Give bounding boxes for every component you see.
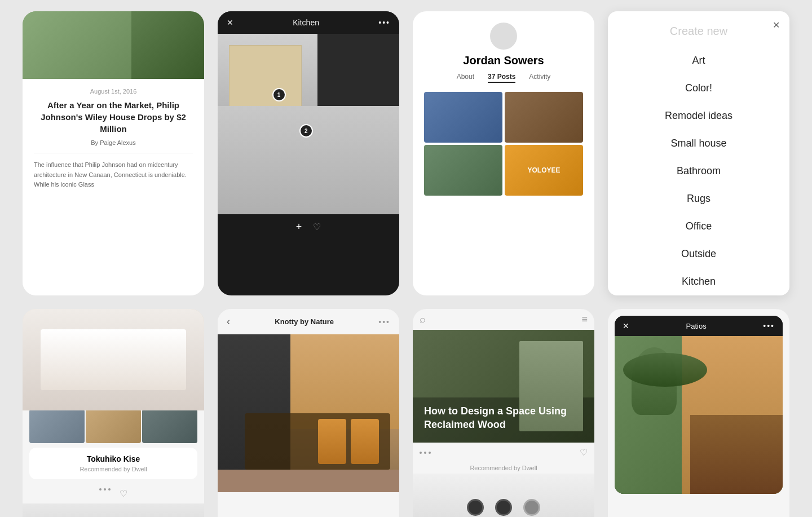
patios-card: ✕ Patios ••• xyxy=(608,309,789,517)
dropdown-close-icon[interactable]: ✕ xyxy=(769,18,783,32)
knotty-header: ‹ Knotty by Nature ••• xyxy=(218,309,399,334)
create-new-title: Create new xyxy=(608,11,789,47)
designer-actions: ♡ xyxy=(23,484,204,503)
reclaimed-hero-image: How to Design a Space Using Reclaimed Wo… xyxy=(413,330,594,443)
reclaimed-footer-image xyxy=(413,474,594,517)
knotty-card: ‹ Knotty by Nature ••• xyxy=(218,309,399,517)
profile-image-1 xyxy=(424,92,502,143)
pin-2[interactable]: 2 xyxy=(299,124,313,138)
close-icon[interactable]: ✕ xyxy=(623,321,629,330)
designer-thumb-2 xyxy=(86,409,141,443)
dropdown-item-bathroom[interactable]: Bathroom xyxy=(608,157,789,185)
knotty-image xyxy=(218,334,399,492)
reclaimed-title: How to Design a Space Using Reclaimed Wo… xyxy=(424,405,583,431)
reclaimed-card: ⌕ ≡ How to Design a Space Using Reclaime… xyxy=(413,309,594,517)
back-icon[interactable]: ‹ xyxy=(227,316,230,328)
heart-icon[interactable]: ♡ xyxy=(580,447,588,458)
dropdown-item-remodel[interactable]: Remodel ideas xyxy=(608,102,789,130)
patios-title: Patios xyxy=(686,322,707,330)
designer-recommended: Recommended by Dwell xyxy=(38,466,188,472)
dropdown-item-outside[interactable]: Outside xyxy=(608,240,789,268)
profile-image-4: YOLOYEE xyxy=(505,145,583,196)
article-date: August 1st, 2016 xyxy=(34,88,193,95)
profile-image-3 xyxy=(424,145,502,196)
designer-thumb-3 xyxy=(142,409,197,443)
more-icon[interactable]: ••• xyxy=(378,317,390,326)
patios-image xyxy=(615,336,783,494)
reclaimed-overlay: How to Design a Space Using Reclaimed Wo… xyxy=(424,405,583,431)
designer-thumbnails xyxy=(23,409,204,443)
designer-name: Tokuhiko Kise xyxy=(38,454,188,463)
designer-thumb-1 xyxy=(29,409,85,443)
article-title: After a Year on the Market, Philip Johns… xyxy=(34,99,193,135)
patios-phone: ✕ Patios ••• xyxy=(615,316,783,494)
pin-1[interactable]: 1 xyxy=(272,88,286,101)
article2-header: ⌕ ≡ xyxy=(413,309,594,330)
tab-activity[interactable]: Activity xyxy=(529,73,550,83)
designer-hero-image xyxy=(23,309,204,410)
article-body-text: The influence that Philip Johnson had on… xyxy=(34,160,193,190)
dropdown-item-small-house[interactable]: Small house xyxy=(608,130,789,157)
kitchen-image: 1 2 xyxy=(218,34,399,214)
add-icon[interactable]: + xyxy=(296,221,302,233)
reclaimed-actions: ♡ xyxy=(413,443,594,462)
profile-grid: YOLOYEE xyxy=(424,92,583,196)
tab-posts[interactable]: 37 Posts xyxy=(488,73,515,83)
dropdown-item-art[interactable]: Art xyxy=(608,47,789,74)
designer-card: Tokuhiko Kise Recommended by Dwell ♡ xyxy=(23,309,204,517)
phone-title: Kitchen xyxy=(293,18,319,27)
tab-about[interactable]: About xyxy=(457,73,474,83)
kitchen-phone-card: ✕ Kitchen ••• 1 2 + ♡ xyxy=(218,11,399,295)
create-new-dropdown: ✕ Create new Art Color! Remodel ideas Sm… xyxy=(608,11,789,295)
phone-footer: + ♡ xyxy=(218,214,399,240)
dropdown-item-kitchen[interactable]: Kitchen xyxy=(608,268,789,295)
heart-icon[interactable]: ♡ xyxy=(120,488,127,499)
close-icon[interactable]: ✕ xyxy=(227,18,233,27)
designer-info: Tokuhiko Kise Recommended by Dwell xyxy=(29,448,197,479)
dropdown-item-office[interactable]: Office xyxy=(608,213,789,240)
more-actions[interactable] xyxy=(99,488,111,499)
heart-icon[interactable]: ♡ xyxy=(313,222,321,232)
article-author: By Paige Alexus xyxy=(34,139,193,146)
phone-header: ✕ Kitchen ••• xyxy=(218,11,399,34)
article-card: August 1st, 2016 After a Year on the Mar… xyxy=(23,11,204,295)
profile-tabs: About 37 Posts Activity xyxy=(424,73,583,83)
more-icon[interactable]: ••• xyxy=(378,18,390,27)
dropdown-item-rugs[interactable]: Rugs xyxy=(608,185,789,213)
reclaimed-recommended: Recommended by Dwell xyxy=(413,462,594,474)
knotty-title: Knotty by Nature xyxy=(275,317,334,326)
article-hero-image xyxy=(23,11,204,79)
more-actions[interactable] xyxy=(420,452,431,454)
search-icon[interactable]: ⌕ xyxy=(420,313,426,325)
menu-icon[interactable]: ≡ xyxy=(581,313,588,325)
dropdown-item-color[interactable]: Color! xyxy=(608,74,789,102)
profile-name: Jordan Sowers xyxy=(424,54,583,67)
lamps-image xyxy=(23,503,204,517)
avatar xyxy=(490,23,517,50)
profile-card: Jordan Sowers About 37 Posts Activity YO… xyxy=(413,11,594,295)
profile-image-2 xyxy=(505,92,583,143)
more-icon[interactable]: ••• xyxy=(763,321,775,330)
patios-header: ✕ Patios ••• xyxy=(615,316,783,336)
